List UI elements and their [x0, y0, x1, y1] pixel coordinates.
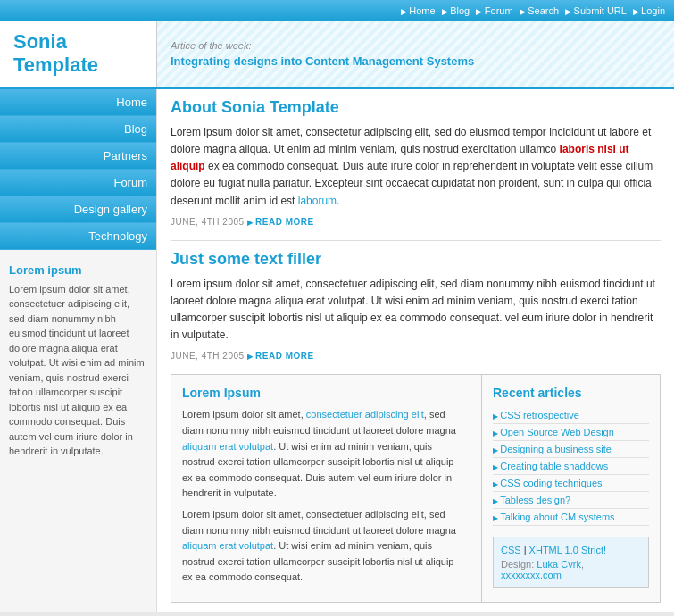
sidebar-item-partners[interactable]: Partners	[0, 143, 156, 170]
nav-search[interactable]: Search	[520, 5, 559, 16]
recent-article-item: Designing a business site	[493, 441, 649, 458]
bottom-left-para2: Lorem ipsum dolor sit amet, consectetuer…	[182, 507, 462, 586]
article-2-title: Just some text filler	[171, 250, 661, 269]
bottom-left-link3[interactable]: aliquam erat volutpat	[182, 540, 273, 551]
site-title: Sonia Template	[13, 30, 143, 78]
article-week-label: Artice of the week:	[171, 40, 661, 51]
design-credit: Design: Luka Cvrk, xxxxxxxx.com	[501, 559, 641, 580]
article-1: About Sonia Template Lorem ipsum dolor s…	[171, 98, 661, 227]
sidebar: Home Blog Partners Forum Design gallery …	[0, 89, 156, 612]
bottom-left-title: Lorem Ipsum	[182, 386, 462, 400]
top-navigation: Home Blog Forum Search Submit URL Login	[0, 0, 674, 21]
sidebar-item-design-gallery[interactable]: Design gallery	[0, 196, 156, 223]
bottom-section: Lorem Ipsum Lorem ipsum dolor sit amet, …	[171, 374, 661, 603]
article-2-body: Lorem ipsum dolor sit amet, consectetuer…	[171, 276, 661, 345]
article-1-body-mid: ex ea commodo consequat. Duis aute irure…	[171, 160, 653, 206]
nav-home[interactable]: Home	[401, 5, 436, 16]
article-week-title: Integrating designs into Content Managem…	[171, 54, 661, 68]
article-1-highlight-blue: laborum	[298, 195, 337, 207]
bottom-left-box: Lorem Ipsum Lorem ipsum dolor sit amet, …	[171, 375, 472, 602]
recent-article-item: Tabless design?	[493, 492, 649, 509]
recent-article-item: CSS coding techniques	[493, 475, 649, 492]
article-2-meta: JUNE, 4TH 2005 READ MORE	[171, 351, 661, 361]
sidebar-item-home[interactable]: Home	[0, 89, 156, 116]
xhtml-link[interactable]: XHTML 1.0 Strict!	[529, 545, 606, 555]
designer-link[interactable]: Luka Cvrk	[537, 559, 581, 570]
article-2-read-more[interactable]: READ MORE	[247, 351, 314, 361]
designer-url-link[interactable]: xxxxxxxx.com	[501, 570, 562, 580]
bottom-right-box: Recent articles CSS retrospective Open S…	[481, 375, 660, 602]
recent-article-item: Creating table shaddows	[493, 458, 649, 475]
sidebar-lorem-box: Lorem ipsum Lorem ipsum dolor sit amet, …	[0, 254, 156, 468]
article-of-week-banner: Artice of the week: Integrating designs …	[156, 21, 674, 87]
css-link[interactable]: CSS	[501, 545, 521, 555]
sidebar-box-title: Lorem ipsum	[9, 263, 147, 277]
article-1-body: Lorem ipsum dolor sit amet, consectetur …	[171, 124, 661, 210]
article-1-title: About Sonia Template	[171, 98, 661, 117]
recent-article-item: Open Source Web Design	[493, 424, 649, 441]
article-1-body-end: .	[337, 195, 339, 207]
footer-standards: CSS | XHTML 1.0 Strict!	[501, 545, 641, 555]
recent-article-item: Talking about CM systems	[493, 509, 649, 526]
site-title-block: Sonia Template	[0, 21, 156, 87]
article-1-read-more[interactable]: READ MORE	[247, 217, 314, 227]
bottom-left-para1: Lorem ipsum dolor sit amet, consectetuer…	[182, 407, 462, 502]
sidebar-box-text: Lorem ipsum dolor sit amet, consectetuer…	[9, 282, 147, 459]
footer-links-box: CSS | XHTML 1.0 Strict! Design: Luka Cvr…	[493, 537, 649, 588]
site-header: Sonia Template Artice of the week: Integ…	[0, 21, 674, 89]
recent-article-item: CSS retrospective	[493, 407, 649, 424]
nav-blog[interactable]: Blog	[442, 5, 470, 16]
bottom-left-link2[interactable]: aliquam erat volutpat	[182, 441, 273, 452]
sidebar-item-forum[interactable]: Forum	[0, 170, 156, 196]
article-2: Just some text filler Lorem ipsum dolor …	[171, 250, 661, 362]
nav-forum[interactable]: Forum	[476, 5, 512, 16]
main-content: About Sonia Template Lorem ipsum dolor s…	[156, 89, 674, 612]
article-divider	[171, 240, 661, 241]
bottom-left-link1[interactable]: consectetuer adipiscing elit	[306, 409, 424, 420]
recent-articles-title: Recent articles	[493, 386, 649, 400]
content-wrapper: Home Blog Partners Forum Design gallery …	[0, 89, 674, 612]
sidebar-item-blog[interactable]: Blog	[0, 116, 156, 143]
recent-articles-list: CSS retrospective Open Source Web Design…	[493, 407, 649, 526]
nav-login[interactable]: Login	[633, 5, 665, 16]
article-1-meta: JUNE, 4TH 2005 READ MORE	[171, 217, 661, 227]
nav-submit-url[interactable]: Submit URL	[565, 5, 626, 16]
sidebar-item-technology[interactable]: Technology	[0, 223, 156, 250]
